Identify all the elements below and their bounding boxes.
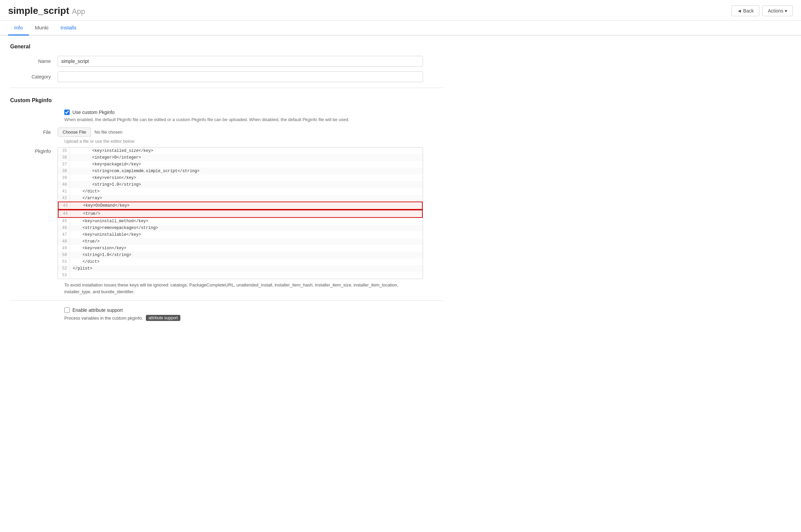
name-input[interactable] [57, 56, 423, 66]
header-title: simple_script App [8, 5, 85, 16]
attr-badge: attribute support [146, 315, 181, 321]
back-button[interactable]: ◄ Back [731, 5, 759, 16]
use-custom-pkginfo-label[interactable]: Use custom Pkginfo [72, 110, 115, 115]
line-number: 44 [58, 210, 71, 217]
custom-pkginfo-title: Custom Pkginfo [10, 97, 443, 103]
code-line: 36 <integer>0</integer> [58, 154, 423, 161]
line-number: 40 [58, 181, 70, 188]
code-line: 44 <true/> [58, 210, 423, 218]
code-line: 47 <key>uninstallable</key> [58, 231, 423, 238]
line-content: <true/> [70, 238, 102, 245]
line-number: 42 [58, 195, 70, 202]
line-number: 41 [58, 188, 70, 195]
code-line: 42 </array> [58, 195, 423, 202]
header-actions: ◄ Back Actions ▾ [731, 5, 793, 16]
tab-installs[interactable]: Installs [55, 21, 82, 36]
line-content: </array> [70, 195, 105, 202]
code-line: 40 <string>1.0</string> [58, 181, 423, 188]
code-line: 51 </dict> [58, 259, 423, 265]
upload-hint: Upload a file or use the editor below [64, 139, 443, 144]
category-input[interactable] [57, 71, 423, 82]
line-content: <key>uninstallable</key> [70, 231, 144, 238]
code-line: 46 <string>removepackages</string> [58, 225, 423, 231]
header: simple_script App ◄ Back Actions ▾ [0, 0, 801, 21]
category-label: Category [10, 74, 57, 79]
code-line: 52</plist> [58, 265, 423, 272]
line-content: <integer>0</integer> [70, 154, 144, 161]
file-label: File [10, 130, 57, 135]
app-type: App [72, 7, 85, 16]
line-number: 52 [58, 265, 70, 272]
line-content: <key>installed_size</key> [70, 148, 156, 154]
line-number: 49 [58, 245, 70, 252]
code-line: 50 <string>1.0</string> [58, 252, 423, 259]
code-line: 53 [58, 272, 423, 279]
file-row: File Choose File No file chosen [10, 128, 443, 137]
code-line: 41 </dict> [58, 188, 423, 195]
line-number: 37 [58, 161, 70, 168]
line-number: 53 [58, 272, 70, 279]
line-content: <key>packageid</key> [70, 161, 144, 168]
code-line: 43 <key>OnDemand</key> [58, 202, 423, 210]
app-name: simple_script [8, 5, 69, 16]
line-number: 35 [58, 148, 70, 154]
tab-info[interactable]: Info [8, 21, 29, 36]
line-content: </dict> [70, 188, 102, 195]
line-number: 38 [58, 168, 70, 174]
pkginfo-editor[interactable]: 35 <key>installed_size</key>36 <integer>… [57, 147, 423, 279]
code-line: 45 <key>uninstall_method</key> [58, 218, 423, 225]
enable-attr-checkbox[interactable] [64, 307, 70, 313]
general-section: General Name Category [10, 44, 443, 82]
line-content: </plist> [70, 265, 95, 272]
no-file-text: No file chosen [94, 130, 122, 135]
choose-file-button[interactable]: Choose File [57, 128, 91, 137]
line-number: 47 [58, 231, 70, 238]
enable-attr-label[interactable]: Enable attribute support [72, 307, 123, 313]
line-content: </dict> [70, 259, 102, 265]
tab-munki[interactable]: Munki [29, 21, 55, 36]
line-content: <key>version</key> [70, 245, 129, 252]
code-line: 48 <true/> [58, 238, 423, 245]
custom-pkginfo-hint: When enabled, the default Pkginfo file c… [64, 117, 403, 122]
category-row: Category [10, 71, 443, 82]
line-number: 43 [58, 202, 71, 209]
line-content: <true/> [71, 210, 103, 217]
line-content: <string>com.simplemdm.simple_script</str… [70, 168, 202, 174]
line-content: <string>1.0</string> [70, 181, 144, 188]
code-line: 39 <key>version</key> [58, 174, 423, 181]
attr-hint-text: Process variables in the custom pkginfo. [64, 316, 143, 321]
line-number: 51 [58, 259, 70, 265]
code-line: 37 <key>packageid</key> [58, 161, 423, 168]
line-content [70, 272, 75, 279]
attr-section: Enable attribute support Process variabl… [10, 307, 443, 321]
tabs: Info Munki Installs [0, 21, 801, 36]
line-content: <key>version</key> [70, 174, 139, 181]
line-number: 45 [58, 218, 70, 225]
line-content: <string>removepackages</string> [70, 225, 161, 231]
code-line: 49 <key>version</key> [58, 245, 423, 252]
line-content: <string>1.0</string> [70, 252, 134, 259]
use-custom-pkginfo-row: Use custom Pkginfo [64, 110, 443, 115]
line-number: 36 [58, 154, 70, 161]
pkginfo-row: Pkginfo 35 <key>installed_size</key>36 <… [10, 147, 443, 279]
code-line: 38 <string>com.simplemdm.simple_script</… [58, 168, 423, 174]
general-title: General [10, 44, 443, 50]
line-number: 39 [58, 174, 70, 181]
line-content: <key>uninstall_method</key> [70, 218, 151, 225]
code-line: 35 <key>installed_size</key> [58, 148, 423, 154]
line-content: <key>OnDemand</key> [71, 202, 132, 209]
pkginfo-label: Pkginfo [10, 147, 57, 154]
line-number: 50 [58, 252, 70, 259]
attr-hint-row: Process variables in the custom pkginfo.… [64, 315, 443, 321]
actions-button[interactable]: Actions ▾ [762, 5, 793, 16]
enable-attr-row: Enable attribute support [64, 307, 443, 313]
name-row: Name [10, 56, 443, 66]
use-custom-pkginfo-checkbox[interactable] [64, 110, 70, 115]
custom-pkginfo-section: Custom Pkginfo Use custom Pkginfo When e… [10, 97, 443, 321]
warning-text: To avoid installation issues these keys … [64, 282, 403, 295]
name-label: Name [10, 58, 57, 64]
line-number: 46 [58, 225, 70, 231]
line-number: 48 [58, 238, 70, 245]
main-content: General Name Category Custom Pkginfo Use… [0, 36, 453, 329]
